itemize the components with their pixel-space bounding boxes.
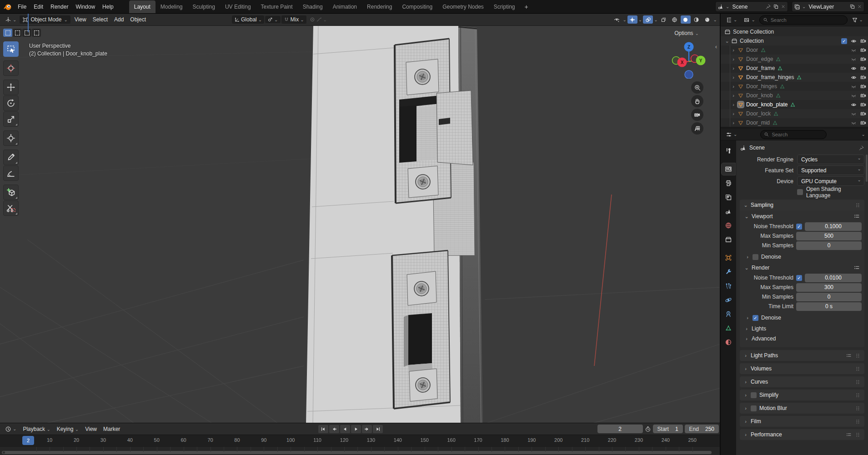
ortho-toggle-button[interactable] <box>691 122 703 135</box>
timeline-scrollbar[interactable] <box>2 451 712 454</box>
properties-scrollbar[interactable] <box>866 155 868 182</box>
render-engine-dropdown[interactable]: Cycles <box>797 155 864 164</box>
snapping[interactable]: Mix⌄ <box>281 15 306 24</box>
xray-toggle[interactable] <box>659 15 669 24</box>
properties-tab-constraints[interactable] <box>722 308 735 320</box>
new-layer-icon[interactable] <box>849 4 855 10</box>
jump-to-end-button[interactable] <box>373 425 383 433</box>
sidebar-collapse-icon[interactable]: ‹ <box>715 43 717 50</box>
outliner-row-door-knob[interactable]: ›Door_knob <box>721 91 868 100</box>
workspace-tab-layout[interactable]: Layout <box>129 0 156 13</box>
drag-dots-icon[interactable] <box>855 432 861 438</box>
preset-icon[interactable] <box>853 213 860 220</box>
menu-file[interactable]: File <box>14 2 30 11</box>
properties-tab-particles[interactable] <box>722 280 735 292</box>
outliner-row-door-mid[interactable]: ›Door_mid <box>721 118 868 127</box>
motion-blur-checkbox[interactable] <box>751 405 757 411</box>
properties-tab-output[interactable] <box>722 177 735 189</box>
visibility-dropdown[interactable] <box>612 15 622 24</box>
properties-search[interactable] <box>760 130 827 139</box>
viewport-menu-view[interactable]: View <box>71 15 90 24</box>
play-button[interactable] <box>351 425 361 433</box>
workspace-tab-geometry-nodes[interactable]: Geometry Nodes <box>437 0 489 13</box>
add-cube-tool[interactable] <box>3 185 19 200</box>
menu-edit[interactable]: Edit <box>30 2 47 11</box>
panel-motion-blur[interactable]: ›Motion Blur <box>740 403 864 414</box>
navigation-gizmo[interactable]: Z X Y <box>671 40 707 79</box>
collection-checkbox[interactable] <box>841 38 847 44</box>
add-workspace-button[interactable]: + <box>520 3 533 10</box>
drag-dots-icon[interactable] <box>855 405 861 411</box>
panel-simplify[interactable]: ›Simplify <box>740 390 864 400</box>
gizmo-neg-z[interactable] <box>685 70 693 79</box>
properties-tab-render[interactable] <box>722 163 735 175</box>
previous-keyframe-button[interactable] <box>329 425 339 433</box>
advanced-subpanel-header[interactable]: ›Advanced <box>743 334 862 344</box>
shading-solid-button[interactable] <box>681 15 691 24</box>
properties-editor-type-button[interactable]: ⌄ <box>723 130 739 139</box>
frame-start-field[interactable]: Start1 <box>653 425 683 433</box>
expand-icon[interactable]: › <box>731 93 736 98</box>
render-noise-threshold-field[interactable]: 0.0100 <box>805 274 862 282</box>
workspace-tab-modeling[interactable]: Modeling <box>156 0 188 13</box>
render-denoise-row[interactable]: › Denoise <box>745 313 862 323</box>
drag-dots-icon[interactable] <box>855 392 861 398</box>
drag-dots-icon[interactable] <box>855 366 861 372</box>
camera-render-icon[interactable] <box>860 75 866 80</box>
properties-tab-data[interactable] <box>722 322 735 334</box>
jump-to-start-button[interactable] <box>318 425 328 433</box>
camera-render-icon[interactable] <box>860 65 866 71</box>
viewport-denoise-row[interactable]: › Denoise <box>745 252 862 262</box>
viewport-canvas[interactable] <box>0 26 720 423</box>
workspace-tab-uv-editing[interactable]: UV Editing <box>220 0 256 13</box>
eye-open-icon[interactable] <box>851 65 857 71</box>
workspace-tab-shading[interactable]: Shading <box>298 0 328 13</box>
camera-view-button[interactable] <box>691 109 703 121</box>
properties-tab-tool[interactable] <box>722 145 735 157</box>
drag-dots-icon[interactable] <box>855 379 861 385</box>
outliner-editor-type-button[interactable]: ⌄ <box>723 16 739 24</box>
viewport-menu-add[interactable]: Add <box>111 15 127 24</box>
workspace-tab-sculpting[interactable]: Sculpting <box>188 0 220 13</box>
select-mode-intersect[interactable] <box>32 29 41 37</box>
feature-set-dropdown[interactable]: Supported <box>797 165 864 175</box>
timeline-ruler[interactable]: 2 10203040506070809010011012013014015016… <box>0 435 720 446</box>
show-overlays-toggle[interactable] <box>643 15 653 24</box>
expand-icon[interactable]: › <box>731 84 736 89</box>
timeline-menu-keying[interactable]: Keying ⌄ <box>54 425 82 434</box>
pin-icon[interactable] <box>765 4 771 10</box>
render-subpanel-header[interactable]: ⌄Render <box>743 263 862 273</box>
properties-search-input[interactable] <box>771 131 823 138</box>
outliner-row-door-hinges[interactable]: ›Door_hinges <box>721 82 868 91</box>
outliner-row-door-frame-hinges[interactable]: ›Door_frame_hinges <box>721 73 868 82</box>
editor-type-button[interactable]: ⌄ <box>3 15 19 24</box>
select-mode-extend[interactable] <box>13 29 22 37</box>
shading-rendered-button[interactable] <box>702 15 712 24</box>
new-scene-icon[interactable] <box>773 4 779 10</box>
properties-tab-scene[interactable] <box>722 205 735 217</box>
preset-icon[interactable] <box>846 353 852 359</box>
expand-icon[interactable]: › <box>731 102 736 107</box>
eye-closed-icon[interactable] <box>851 111 857 117</box>
outliner-search-input[interactable] <box>770 17 844 23</box>
render-denoise-checkbox[interactable] <box>753 315 758 321</box>
outliner-row-door-frame[interactable]: ›Door_frame <box>721 64 868 73</box>
outliner-row-door-knob-plate[interactable]: ›Door_knob_plate <box>721 100 868 109</box>
lights-subpanel-header[interactable]: ›Lights <box>743 324 862 334</box>
menu-window[interactable]: Window <box>72 2 99 11</box>
timeline-editor-type-button[interactable]: ⌄ <box>3 425 19 433</box>
eye-closed-icon[interactable] <box>851 56 857 62</box>
noise-threshold-checkbox[interactable] <box>796 224 802 230</box>
camera-render-icon[interactable] <box>860 38 866 44</box>
select-mode-subtract[interactable] <box>22 29 31 37</box>
timeline-menu-view[interactable]: View <box>82 425 100 434</box>
expand-icon[interactable]: › <box>731 111 736 116</box>
expand-icon[interactable]: › <box>731 75 736 80</box>
shading-wireframe-button[interactable] <box>670 15 680 24</box>
sampling-panel-header[interactable]: ⌄Sampling <box>740 200 864 210</box>
eye-closed-icon[interactable] <box>851 84 857 90</box>
eye-closed-icon[interactable] <box>851 47 857 53</box>
door-mesh[interactable] <box>306 26 483 423</box>
camera-render-icon[interactable] <box>860 47 866 53</box>
rotate-tool[interactable] <box>3 95 19 111</box>
